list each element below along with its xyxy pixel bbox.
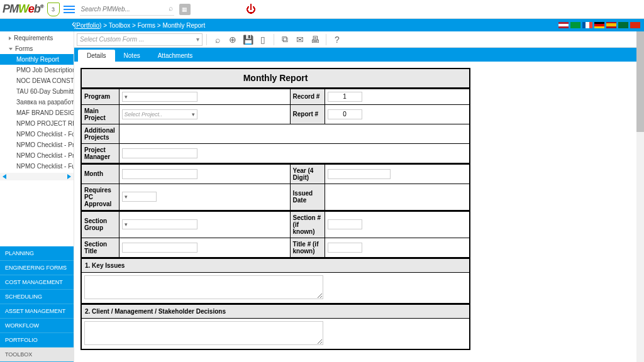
- label-requires-pc: Requires PC Approval: [81, 184, 119, 210]
- label-report: Report #: [290, 104, 325, 124]
- vertical-scrollbar[interactable]: [636, 31, 644, 362]
- print-icon[interactable]: 🖶: [308, 33, 322, 46]
- form-title: Monthly Report: [81, 69, 470, 87]
- menu-icon[interactable]: [64, 4, 75, 15]
- label-main-project: Main Project: [81, 104, 119, 124]
- label-program: Program: [81, 89, 119, 104]
- global-search: ⌕: [80, 3, 174, 16]
- tree-scroll[interactable]: [0, 173, 74, 180]
- notification-shield-icon[interactable]: 3: [47, 3, 60, 16]
- tree-item[interactable]: MAF BRAND DESIGN: [0, 107, 74, 118]
- search-icon[interactable]: ⌕: [169, 4, 173, 13]
- form-toolbar: Select Custom Form ... ⌕ ⊕ 💾 ▯ ⧉ ✉ 🖶 ?: [74, 31, 644, 48]
- back-chevron-icon[interactable]: ‹: [72, 18, 75, 30]
- label-title-no: Title # (if known): [290, 238, 325, 257]
- breadcrumb-current: Monthly Report: [162, 22, 205, 29]
- tree-forms[interactable]: Forms: [0, 43, 74, 54]
- label-key-issues: 1. Key Issues: [81, 258, 470, 272]
- label-section-no: Section # (if known): [290, 211, 325, 238]
- tree-item[interactable]: NPMO Checklist - Fun: [0, 161, 74, 172]
- module-nav: PLANNING ENGINEERING FORMS COST MANAGEME…: [0, 246, 74, 362]
- top-bar: PMWeb® 3 ⌕ ▦ ⏻: [0, 0, 644, 19]
- flag-br-icon[interactable]: [570, 22, 580, 28]
- main-area: Select Custom Form ... ⌕ ⊕ 💾 ▯ ⧉ ✉ 🖶 ? D…: [74, 31, 644, 362]
- stakeholder-textarea[interactable]: [84, 321, 323, 345]
- tab-details[interactable]: Details: [78, 50, 115, 62]
- flag-fr-icon[interactable]: [582, 22, 592, 28]
- new-icon[interactable]: ⊕: [226, 33, 240, 46]
- email-icon[interactable]: ✉: [293, 33, 307, 46]
- tree-item[interactable]: NPMO PROJECT REGI: [0, 118, 74, 129]
- nav-toolbox[interactable]: TOOLBOX: [0, 348, 74, 362]
- label-stakeholder-decisions: 2. Client / Management / Stakeholder Dec…: [81, 304, 470, 318]
- breadcrumb-toolbox[interactable]: Toolbox: [109, 22, 130, 29]
- breadcrumb-forms[interactable]: Forms: [138, 22, 155, 29]
- nav-scheduling[interactable]: SCHEDULING: [0, 290, 74, 304]
- search-icon[interactable]: ⌕: [211, 33, 225, 46]
- flag-cn-icon[interactable]: [630, 22, 640, 28]
- record-input[interactable]: [328, 92, 362, 102]
- nav-cost-management[interactable]: COST MANAGEMENT: [0, 275, 74, 290]
- tree-item[interactable]: PMO Job Description: [0, 65, 74, 75]
- tree-item[interactable]: NOC DEWA CONSTRU: [0, 75, 74, 86]
- search-input[interactable]: [80, 3, 174, 16]
- section-title-input[interactable]: [122, 243, 197, 253]
- label-section-title: Section Title: [81, 238, 119, 257]
- title-no-input[interactable]: [328, 243, 362, 253]
- form-tree: Requirements Forms Monthly Report PMO Jo…: [0, 31, 74, 173]
- mobile-icon[interactable]: ▯: [256, 33, 270, 46]
- copy-icon[interactable]: ⧉: [278, 33, 292, 46]
- section-no-input[interactable]: [328, 219, 362, 229]
- month-input[interactable]: [122, 169, 197, 179]
- nav-workflow[interactable]: WORKFLOW: [0, 319, 74, 333]
- report-input[interactable]: [328, 109, 362, 119]
- label-year: Year (4 Digit): [290, 164, 325, 184]
- custom-form-select[interactable]: Select Custom Form ...: [77, 33, 203, 46]
- requires-pc-select[interactable]: [122, 192, 157, 202]
- year-input[interactable]: [328, 169, 391, 179]
- label-additional-projects: Additional Projects: [81, 124, 119, 143]
- tree-item[interactable]: TAU 60-Day Submittal: [0, 86, 74, 97]
- flag-us-icon[interactable]: [558, 22, 569, 28]
- project-manager-input[interactable]: [122, 148, 197, 158]
- tab-attachments[interactable]: Attachments: [149, 50, 202, 62]
- form-tabs: Details Notes Attachments: [74, 48, 644, 62]
- tree-requirements[interactable]: Requirements: [0, 33, 74, 43]
- program-select[interactable]: [122, 92, 197, 102]
- nav-planning[interactable]: PLANNING: [0, 246, 74, 261]
- label-month: Month: [81, 164, 119, 184]
- app-logo: PMWeb®: [3, 3, 43, 16]
- nav-portfolio[interactable]: PORTFOLIO: [0, 333, 74, 348]
- sidebar: Requirements Forms Monthly Report PMO Jo…: [0, 31, 74, 362]
- main-project-select[interactable]: Select Project..: [122, 109, 197, 119]
- tree-item[interactable]: NPMO Checklist - Fou: [0, 129, 74, 140]
- flag-sa-icon[interactable]: [618, 22, 628, 28]
- calendar-icon[interactable]: ▦: [179, 4, 191, 15]
- tree-item[interactable]: NPMO Checklist - Pre: [0, 150, 74, 161]
- tab-notes[interactable]: Notes: [115, 50, 149, 62]
- tree-item[interactable]: Заявка на разработку: [0, 97, 74, 107]
- key-issues-textarea[interactable]: [84, 275, 323, 299]
- label-record: Record #: [290, 89, 325, 104]
- form-scroll-area[interactable]: Monthly Report Program Record # Main Pro…: [74, 62, 644, 362]
- flag-es-icon[interactable]: [606, 22, 616, 28]
- language-flags: [558, 22, 640, 28]
- help-icon[interactable]: ?: [330, 33, 344, 46]
- breadcrumb: ‹ (Portfolio) > Toolbox > Forms > Monthl…: [0, 19, 644, 31]
- tree-item[interactable]: NPMO Checklist - Pre: [0, 140, 74, 150]
- monthly-report-form: Monthly Report Program Record # Main Pro…: [80, 68, 470, 350]
- save-icon[interactable]: 💾: [241, 33, 255, 46]
- breadcrumb-portfolio[interactable]: (Portfolio): [74, 22, 101, 29]
- label-section-group: Section Group: [81, 211, 119, 238]
- tree-item-monthly-report[interactable]: Monthly Report: [0, 54, 74, 65]
- label-project-manager: Project Manager: [81, 143, 119, 163]
- power-icon[interactable]: ⏻: [246, 4, 256, 15]
- label-issued-date: Issued Date: [290, 184, 325, 210]
- flag-de-icon[interactable]: [594, 22, 604, 28]
- nav-engineering-forms[interactable]: ENGINEERING FORMS: [0, 261, 74, 275]
- nav-asset-management[interactable]: ASSET MANAGEMENT: [0, 304, 74, 319]
- section-group-select[interactable]: [122, 219, 197, 229]
